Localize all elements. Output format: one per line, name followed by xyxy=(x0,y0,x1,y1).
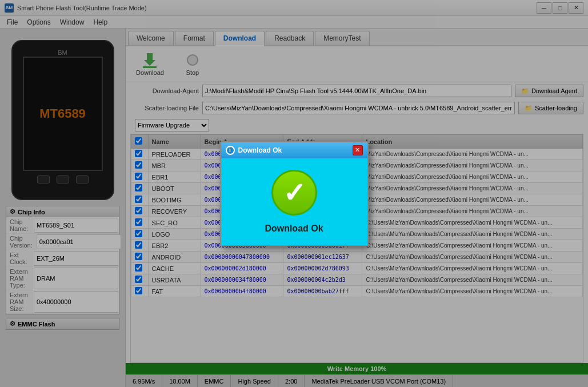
modal-checkmark-icon: ✓ xyxy=(271,170,317,216)
modal-body: ✓ Download Ok xyxy=(221,158,367,245)
modal-close-button[interactable]: ✕ xyxy=(353,145,363,155)
modal-info-icon: i xyxy=(226,146,235,155)
modal-dialog: i Download Ok ✕ ✓ Download Ok xyxy=(220,141,369,246)
modal-title: i Download Ok xyxy=(226,146,282,155)
modal-message: Download Ok xyxy=(265,224,323,234)
modal-overlay: i Download Ok ✕ ✓ Download Ok xyxy=(0,0,588,387)
modal-title-bar: i Download Ok ✕ xyxy=(221,142,367,158)
